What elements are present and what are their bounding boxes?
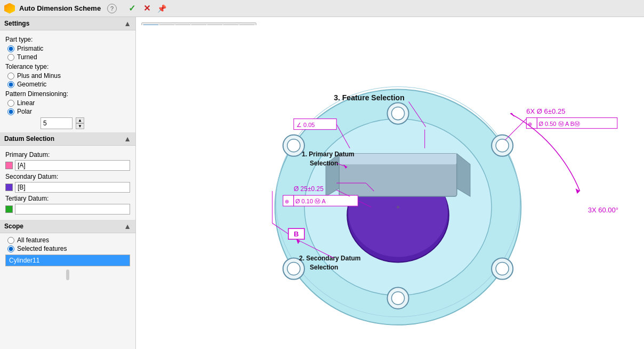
scope-collapse-btn[interactable]: ▲	[124, 222, 131, 231]
confirm-button[interactable]: ✓	[125, 2, 138, 15]
app-icon	[4, 3, 15, 14]
radio-prismatic[interactable]: Prismatic	[7, 45, 130, 52]
part-type-label: Part type:	[5, 36, 130, 43]
polar-increment-btn[interactable]: ▲	[76, 117, 84, 123]
part-visualization: 3. Feature Selection B 1. Primary Datum …	[136, 17, 644, 349]
svg-text:Selection: Selection	[310, 264, 338, 271]
polar-spinner-row: 5 ▲ ▼	[5, 117, 130, 129]
radio-plus-minus[interactable]: Plus and Minus	[7, 72, 130, 80]
svg-text:B: B	[294, 230, 299, 238]
datum-content: Primary Datum: Secondary Datum: Tertiary…	[0, 146, 135, 220]
primary-color-box	[5, 162, 13, 169]
radio-selected-features[interactable]: Selected features	[7, 245, 130, 252]
secondary-datum-label: Secondary Datum:	[5, 173, 130, 180]
toolbar-buttons: ✓ ✕ 📌	[125, 2, 168, 15]
svg-point-17	[496, 262, 509, 275]
settings-collapse-btn[interactable]: ▲	[124, 19, 131, 28]
scope-label: Scope	[4, 223, 23, 230]
settings-section-header: Settings ▲	[0, 17, 135, 30]
tertiary-datum-row	[5, 204, 130, 215]
svg-point-21	[287, 262, 300, 275]
scope-radio-group: All features Selected features	[5, 236, 130, 252]
scope-section-header: Scope ▲	[0, 220, 135, 233]
pattern-dim-group: Linear Polar	[5, 99, 130, 115]
secondary-datum-input[interactable]	[15, 182, 130, 193]
tolerance-type-label: Tolerance type:	[5, 63, 130, 70]
svg-text:Selection: Selection	[310, 160, 338, 167]
svg-text:3X 60.00°: 3X 60.00°	[588, 206, 618, 214]
radio-selected-features-input[interactable]	[7, 245, 14, 252]
radio-geometric[interactable]: Geometric	[7, 81, 130, 88]
radio-linear-label: Linear	[17, 99, 35, 107]
svg-text:Ø 0.50 Ⓜ  A BⓂ: Ø 0.50 Ⓜ A BⓂ	[538, 121, 580, 127]
svg-text:Ø 0.10 Ⓜ  A: Ø 0.10 Ⓜ A	[295, 198, 326, 204]
svg-point-13	[392, 107, 405, 120]
radio-all-features[interactable]: All features	[7, 236, 130, 244]
svg-text:⊕: ⊕	[285, 199, 289, 204]
radio-selected-features-label: Selected features	[17, 245, 67, 252]
polar-decrement-btn[interactable]: ▼	[76, 123, 84, 129]
radio-polar-label: Polar	[17, 108, 32, 115]
datum-label: Datum Selection	[4, 135, 54, 142]
svg-point-19	[392, 292, 405, 305]
radio-prismatic-input[interactable]	[7, 45, 14, 52]
radio-prismatic-label: Prismatic	[17, 45, 43, 52]
left-panel: Settings ▲ Part type: Prismatic Turned T…	[0, 17, 136, 349]
svg-point-23	[287, 139, 300, 152]
svg-text:6X Ø 6±0.25: 6X Ø 6±0.25	[526, 107, 565, 115]
svg-text:Ø 25±0.25: Ø 25±0.25	[294, 185, 324, 193]
radio-geometric-label: Geometric	[17, 81, 46, 88]
svg-text:∠ 0.05: ∠ 0.05	[296, 122, 315, 128]
radio-all-features-input[interactable]	[7, 237, 14, 244]
scope-list: Cylinder11	[5, 255, 130, 266]
tertiary-datum-input[interactable]	[15, 204, 130, 215]
svg-text:3. Feature Selection: 3. Feature Selection	[334, 93, 405, 102]
secondary-color-box	[5, 184, 13, 191]
datum-collapse-btn[interactable]: ▲	[124, 134, 131, 143]
scrollbar-indicator	[66, 269, 69, 280]
radio-turned-label: Turned	[17, 53, 37, 61]
pattern-dim-label: Pattern Dimensioning:	[5, 90, 130, 98]
radio-polar-input[interactable]	[7, 108, 14, 115]
cancel-button[interactable]: ✕	[140, 2, 153, 15]
scope-content: All features Selected features Cylinder1…	[0, 233, 135, 284]
window-title: Auto Dimension Scheme	[19, 4, 101, 12]
primary-datum-row	[5, 160, 130, 171]
canvas-area: □ ⌒ ⌒ ⚙ ⚙ □ ⊞	[136, 17, 644, 349]
radio-turned[interactable]: Turned	[7, 53, 130, 61]
tertiary-color-box	[5, 205, 13, 213]
datum-section-header: Datum Selection ▲	[0, 132, 135, 146]
radio-all-features-label: All features	[17, 236, 49, 244]
secondary-datum-row	[5, 182, 130, 193]
svg-rect-9	[339, 154, 457, 164]
main-layout: Settings ▲ Part type: Prismatic Turned T…	[0, 17, 644, 349]
settings-content: Part type: Prismatic Turned Tolerance ty…	[0, 30, 135, 132]
part-type-group: Prismatic Turned	[5, 45, 130, 61]
svg-text:1. Primary Datum: 1. Primary Datum	[302, 150, 355, 158]
radio-linear[interactable]: Linear	[7, 99, 130, 107]
radio-plus-minus-input[interactable]	[7, 73, 14, 80]
pin-button[interactable]: 📌	[155, 2, 168, 15]
polar-value-input[interactable]: 5	[41, 117, 73, 129]
svg-point-15	[496, 139, 509, 152]
polar-spinner-buttons: ▲ ▼	[76, 117, 84, 129]
help-button[interactable]: ?	[107, 4, 117, 13]
scope-list-item[interactable]: Cylinder11	[6, 255, 130, 266]
radio-polar[interactable]: Polar	[7, 108, 130, 115]
tolerance-type-group: Plus and Minus Geometric	[5, 72, 130, 88]
radio-linear-input[interactable]	[7, 100, 14, 107]
radio-plus-minus-label: Plus and Minus	[17, 72, 61, 80]
settings-label: Settings	[4, 20, 29, 27]
primary-datum-label: Primary Datum:	[5, 151, 130, 158]
title-bar: Auto Dimension Scheme ? ✓ ✕ 📌	[0, 0, 644, 17]
tertiary-datum-label: Tertiary Datum:	[5, 195, 130, 202]
radio-turned-input[interactable]	[7, 54, 14, 61]
radio-geometric-input[interactable]	[7, 81, 14, 88]
primary-datum-input[interactable]	[15, 160, 130, 171]
